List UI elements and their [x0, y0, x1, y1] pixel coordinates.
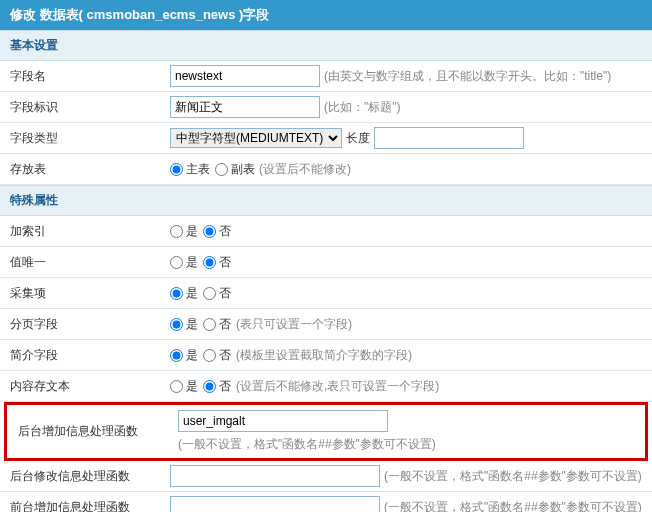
label-addindex: 加索引 — [10, 223, 170, 240]
hint-contenttext: (设置后不能修改,表只可设置一个字段) — [236, 378, 439, 395]
radio-unique-yes[interactable] — [170, 256, 183, 269]
row-editfunc-post: 后台修改信息处理函数 (一般不设置，格式"函数名##参数"参数可不设置) — [0, 461, 652, 492]
label-addfunc-front: 前台增加信息处理函数 — [10, 499, 170, 513]
row-addindex: 加索引 是 否 — [0, 216, 652, 247]
input-length[interactable] — [374, 127, 524, 149]
text-yes: 是 — [186, 285, 198, 302]
section-special: 特殊属性 — [0, 185, 652, 216]
input-addfunc-post[interactable] — [178, 410, 388, 432]
label-editfunc-post: 后台修改信息处理函数 — [10, 468, 170, 485]
input-fieldname[interactable] — [170, 65, 320, 87]
radio-pagefield-no[interactable] — [203, 318, 216, 331]
radio-intro-yes[interactable] — [170, 349, 183, 362]
row-fieldname: 字段名 (由英文与数字组成，且不能以数字开头。比如："title") — [0, 61, 652, 92]
label-fieldtype: 字段类型 — [10, 130, 170, 147]
hint-editfunc-post: (一般不设置，格式"函数名##参数"参数可不设置) — [384, 468, 642, 485]
text-no: 否 — [219, 316, 231, 333]
label-collect: 采集项 — [10, 285, 170, 302]
hint-storagetable: (设置后不能修改) — [259, 161, 351, 178]
row-addfunc-front: 前台增加信息处理函数 (一般不设置，格式"函数名##参数"参数可不设置) — [0, 492, 652, 512]
input-fieldident[interactable] — [170, 96, 320, 118]
label-length: 长度 — [346, 130, 370, 147]
select-fieldtype[interactable]: 中型字符型(MEDIUMTEXT) — [170, 128, 342, 148]
section-basic: 基本设置 — [0, 30, 652, 61]
hint-fieldname: (由英文与数字组成，且不能以数字开头。比如："title") — [324, 68, 611, 85]
label-unique: 值唯一 — [10, 254, 170, 271]
text-yes: 是 — [186, 223, 198, 240]
highlight-box: 后台增加信息处理函数 (一般不设置，格式"函数名##参数"参数可不设置) — [4, 402, 648, 461]
hint-pagefield: (表只可设置一个字段) — [236, 316, 352, 333]
label-pagefield: 分页字段 — [10, 316, 170, 333]
hint-addfunc-front: (一般不设置，格式"函数名##参数"参数可不设置) — [384, 499, 642, 513]
radio-addindex-yes[interactable] — [170, 225, 183, 238]
radio-main-table[interactable] — [170, 163, 183, 176]
row-contenttext: 内容存文本 是 否 (设置后不能修改,表只可设置一个字段) — [0, 371, 652, 402]
label-addfunc-post: 后台增加信息处理函数 — [18, 423, 178, 440]
text-no: 否 — [219, 378, 231, 395]
label-fieldident: 字段标识 — [10, 99, 170, 116]
row-fieldident: 字段标识 (比如："标题") — [0, 92, 652, 123]
label-storagetable: 存放表 — [10, 161, 170, 178]
radio-contenttext-no[interactable] — [203, 380, 216, 393]
row-addfunc-post: 后台增加信息处理函数 (一般不设置，格式"函数名##参数"参数可不设置) — [8, 406, 644, 457]
radio-unique-no[interactable] — [203, 256, 216, 269]
text-no: 否 — [219, 223, 231, 240]
text-no: 否 — [219, 254, 231, 271]
hint-addfunc-post: (一般不设置，格式"函数名##参数"参数可不设置) — [178, 436, 436, 453]
input-editfunc-post[interactable] — [170, 465, 380, 487]
radio-intro-no[interactable] — [203, 349, 216, 362]
row-pagefield: 分页字段 是 否 (表只可设置一个字段) — [0, 309, 652, 340]
hint-intro: (模板里设置截取简介字数的字段) — [236, 347, 412, 364]
page-title: 修改 数据表( cmsmoban_ecms_news )字段 — [0, 0, 652, 30]
radio-sub-table[interactable] — [215, 163, 228, 176]
label-main-table: 主表 — [186, 161, 210, 178]
radio-pagefield-yes[interactable] — [170, 318, 183, 331]
text-no: 否 — [219, 347, 231, 364]
row-intro: 简介字段 是 否 (模板里设置截取简介字数的字段) — [0, 340, 652, 371]
row-storagetable: 存放表 主表 副表 (设置后不能修改) — [0, 154, 652, 185]
text-no: 否 — [219, 285, 231, 302]
row-collect: 采集项 是 否 — [0, 278, 652, 309]
input-addfunc-front[interactable] — [170, 496, 380, 512]
radio-collect-yes[interactable] — [170, 287, 183, 300]
radio-contenttext-yes[interactable] — [170, 380, 183, 393]
radio-addindex-no[interactable] — [203, 225, 216, 238]
label-sub-table: 副表 — [231, 161, 255, 178]
hint-fieldident: (比如："标题") — [324, 99, 401, 116]
row-unique: 值唯一 是 否 — [0, 247, 652, 278]
label-fieldname: 字段名 — [10, 68, 170, 85]
text-yes: 是 — [186, 316, 198, 333]
text-yes: 是 — [186, 347, 198, 364]
label-intro: 简介字段 — [10, 347, 170, 364]
label-contenttext: 内容存文本 — [10, 378, 170, 395]
text-yes: 是 — [186, 254, 198, 271]
row-fieldtype: 字段类型 中型字符型(MEDIUMTEXT) 长度 — [0, 123, 652, 154]
radio-collect-no[interactable] — [203, 287, 216, 300]
text-yes: 是 — [186, 378, 198, 395]
